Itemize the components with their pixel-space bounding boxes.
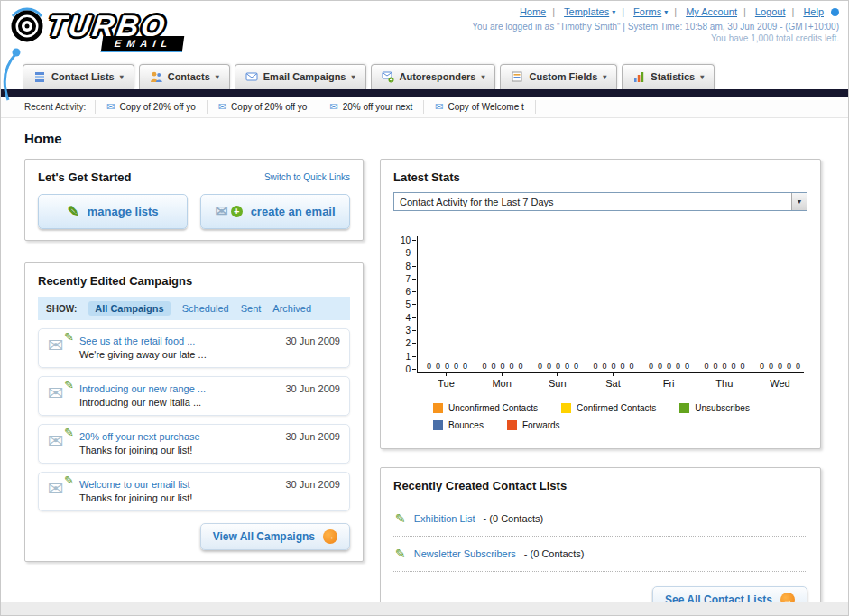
contact-activity-chart: 109876543210 000000000000000000000000000… <box>393 236 807 430</box>
y-tick: 10 <box>401 236 416 244</box>
campaign-title[interactable]: 20% off your next purchase <box>79 431 275 442</box>
x-tick-label: Wed <box>760 373 800 389</box>
campaign-list-item[interactable]: ✉ ✎ See us at the retail food ... We're … <box>38 328 350 368</box>
nav-my-account-link[interactable]: My Account <box>686 6 737 17</box>
bar-group: 00000 <box>538 362 578 371</box>
bar-value-label: 0 <box>713 362 717 371</box>
recent-activity-item[interactable]: ✉ 20% off your next <box>318 100 423 114</box>
contacts-icon <box>150 70 162 83</box>
create-email-button[interactable]: ✉ + create an email <box>200 194 350 229</box>
email-edit-icon: ✉ ✎ <box>48 431 69 451</box>
nav-logout-link[interactable]: Logout <box>755 6 786 17</box>
show-label: SHOW: <box>46 304 77 314</box>
campaign-title[interactable]: Introducing our new range ... <box>79 383 275 394</box>
main-content: Home Let's Get Started Switch to Quick L… <box>1 118 848 616</box>
bar-value-label: 0 <box>565 362 569 371</box>
bar-value-label: 0 <box>445 362 449 371</box>
tab-contacts[interactable]: Contacts ▾ <box>139 64 230 89</box>
tab-contact-lists[interactable]: Contact Lists ▾ <box>23 64 134 89</box>
tab-email-campaigns[interactable]: Email Campaigns ▾ <box>235 64 366 89</box>
dropdown-caret-icon[interactable]: ▼ <box>791 193 807 210</box>
contact-list-name[interactable]: Exhibition List <box>414 513 475 524</box>
nav-logout[interactable]: Logout <box>737 6 786 17</box>
y-tick: 1 <box>405 353 416 361</box>
y-tick: 0 <box>405 365 416 373</box>
logo-subtitle: EMAIL <box>101 36 185 52</box>
bar-value-label: 0 <box>787 362 791 371</box>
bar-value-label: 0 <box>629 362 633 371</box>
pencil-icon: ✎ <box>64 473 74 487</box>
bar-value-label: 0 <box>483 362 487 371</box>
bar-value-label: 0 <box>760 362 764 371</box>
filter-sent[interactable]: Sent <box>241 303 262 314</box>
x-tick-label: Mon <box>482 373 522 389</box>
nav-forms[interactable]: Forms▾ <box>615 6 668 17</box>
switch-quick-links-link[interactable]: Switch to Quick Links <box>264 172 350 182</box>
contact-list-item[interactable]: ✎ Newsletter Subscribers - (0 Contacts) <box>393 537 807 572</box>
legend-item: Forwards <box>507 420 560 430</box>
recent-activity-bar: Recent Activity: ✉ Copy of 20% off yo ✉ … <box>1 97 848 118</box>
y-tick: 3 <box>405 326 416 335</box>
bar-value-label: 0 <box>722 362 726 371</box>
tab-custom-fields[interactable]: Custom Fields ▾ <box>500 64 617 89</box>
bar-value-label: 0 <box>547 362 551 371</box>
help-icon[interactable] <box>831 8 839 16</box>
x-tick-label: Sun <box>537 373 577 389</box>
bar-value-label: 0 <box>685 362 689 371</box>
bar-value-label: 0 <box>518 362 522 371</box>
bar-value-label: 0 <box>454 362 458 371</box>
campaign-list-item[interactable]: ✉ ✎ Introducing our new range ... Introd… <box>38 376 350 416</box>
recent-campaigns-title: Recently Edited Campaigns <box>38 274 350 288</box>
bar-value-label: 0 <box>574 362 578 371</box>
tab-statistics[interactable]: Statistics ▾ <box>622 64 715 89</box>
filter-archived[interactable]: Archived <box>272 303 311 314</box>
campaign-title[interactable]: See us at the retail food ... <box>79 336 275 346</box>
bar-value-label: 0 <box>676 362 680 371</box>
tab-label: Statistics <box>651 71 695 82</box>
contact-list-item[interactable]: ✎ Exhibition List - (0 Contacts) <box>393 501 807 537</box>
bar-value-label: 0 <box>796 362 800 371</box>
email-edit-icon: ✉ ✎ <box>48 479 69 499</box>
view-all-campaigns-label: View All Campaigns <box>213 530 315 543</box>
bar-group: 00000 <box>427 362 467 371</box>
recent-activity-item[interactable]: ✉ Copy of Welcome t <box>423 100 536 114</box>
nav-home-link[interactable]: Home <box>520 6 546 17</box>
tab-label: Email Campaigns <box>263 71 346 82</box>
contact-list-name[interactable]: Newsletter Subscribers <box>414 548 516 559</box>
nav-help-link[interactable]: Help <box>803 6 824 17</box>
nav-home[interactable]: Home <box>520 6 546 17</box>
tab-autoresponders[interactable]: Autoresponders ▾ <box>371 64 496 89</box>
app-logo[interactable]: TURBO EMAIL <box>8 6 216 53</box>
campaign-title[interactable]: Welcome to our email list <box>79 479 275 490</box>
bar-group: 00000 <box>649 362 689 371</box>
manage-lists-button[interactable]: ✎ manage lists <box>38 194 188 229</box>
view-all-campaigns-button[interactable]: View All Campaigns → <box>200 523 350 550</box>
arrow-right-icon: → <box>323 529 337 544</box>
filter-all-campaigns[interactable]: All Campaigns <box>88 301 170 316</box>
y-tick: 7 <box>405 275 416 283</box>
pencil-icon: ✎ <box>64 426 74 439</box>
email-edit-icon: ✉ ✎ <box>48 336 69 355</box>
nav-templates-link[interactable]: Templates <box>564 6 609 17</box>
login-info: You are logged in as "Timothy Smith" | S… <box>472 22 839 32</box>
bar-group: 00000 <box>594 362 634 371</box>
x-tick-label: Thu <box>704 373 744 389</box>
nav-help[interactable]: Help <box>786 6 839 17</box>
nav-my-account[interactable]: My Account <box>668 6 737 17</box>
nav-templates[interactable]: Templates▾ <box>546 6 615 17</box>
recent-campaigns-panel: Recently Edited Campaigns SHOW: All Camp… <box>24 262 364 562</box>
recent-activity-item[interactable]: ✉ Copy of 20% off yo <box>95 100 207 114</box>
campaign-list-item[interactable]: ✉ ✎ Welcome to our email list Thanks for… <box>38 472 350 511</box>
chart-plot-area: 00000000000000000000000000000000000 <box>417 236 804 373</box>
nav-forms-link[interactable]: Forms <box>633 6 661 17</box>
stats-period-dropdown[interactable]: Contact Activity for the Last 7 Days ▼ <box>393 192 807 211</box>
recent-activity-item[interactable]: ✉ Copy of 20% off yo <box>207 100 318 114</box>
pencil-icon: ✎ <box>395 511 406 526</box>
logo-swoosh-decoration <box>1 48 23 104</box>
bar-value-label: 0 <box>602 362 606 371</box>
legend-item: Unsubscribes <box>679 403 750 413</box>
logo-swirl-icon <box>8 6 46 44</box>
main-nav: Contact Lists ▾ Contacts ▾ Email Campaig… <box>1 59 848 89</box>
campaign-list-item[interactable]: ✉ ✎ 20% off your next purchase Thanks fo… <box>38 424 350 464</box>
filter-scheduled[interactable]: Scheduled <box>182 303 229 314</box>
